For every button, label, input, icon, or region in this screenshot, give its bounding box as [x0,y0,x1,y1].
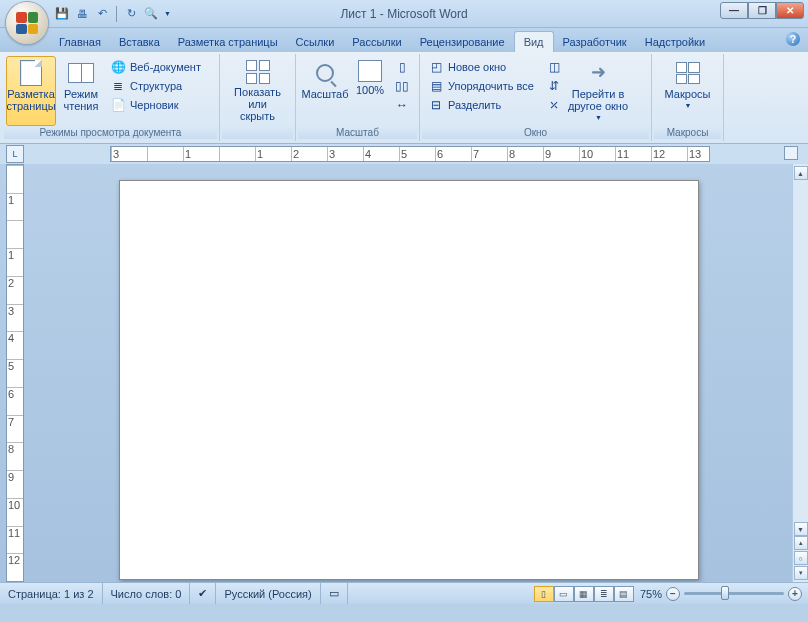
zoom-out-button[interactable]: − [666,587,680,601]
tab-addins[interactable]: Надстройки [636,32,714,52]
new-window-label: Новое окно [448,61,506,73]
view-shortcut-print[interactable]: ▯ [534,586,554,602]
tab-developer[interactable]: Разработчик [554,32,636,52]
next-page-button[interactable]: ▾ [794,566,808,580]
tab-layout[interactable]: Разметка страницы [169,32,287,52]
outline-icon: ≣ [110,78,126,94]
macros-label: Макросы [665,88,711,100]
arrange-all-button[interactable]: ▤ Упорядочить все [424,77,542,95]
vertical-scrollbar[interactable]: ▲ ▼ ▴ ○ ▾ [792,164,808,582]
page[interactable] [119,180,699,580]
window-controls: — ❐ ✕ [720,2,804,19]
office-button[interactable] [6,2,48,44]
scroll-up-button[interactable]: ▲ [794,166,808,180]
web-layout-button[interactable]: 🌐 Веб-документ [106,58,205,76]
tab-references[interactable]: Ссылки [287,32,344,52]
page-width-button[interactable]: ↔ [390,96,414,114]
minimize-button[interactable]: — [720,2,748,19]
zoom-100-icon [358,60,382,82]
one-page-button[interactable]: ▯ [390,58,414,76]
sync-scroll-icon: ⇵ [546,78,562,94]
redo-icon[interactable]: ↻ [123,6,139,22]
quick-access-toolbar: 💾 🖶 ↶ ↻ 🔍 ▼ [54,0,171,27]
zoom-100-label: 100% [356,84,384,96]
show-hide-icon [243,60,273,84]
status-language[interactable]: Русский (Россия) [216,583,320,604]
qat-menu-arrow-icon[interactable]: ▼ [164,10,171,17]
statusbar: Страница: 1 из 2 Число слов: 0 ✔ Русский… [0,582,808,604]
tab-home[interactable]: Главная [50,32,110,52]
tab-selector[interactable]: L [6,145,24,163]
sync-scroll-button[interactable]: ⇵ [542,77,566,95]
titlebar: 💾 🖶 ↶ ↻ 🔍 ▼ Лист 1 - Microsoft Word — ❐ … [0,0,808,28]
macros-arrow-icon: ▼ [685,102,692,110]
document-viewport[interactable] [26,164,792,582]
view-shortcut-reading[interactable]: ▭ [554,586,574,602]
outline-button[interactable]: ≣ Структура [106,77,205,95]
split-button[interactable]: ⊟ Разделить [424,96,542,114]
print-layout-label: Разметка страницы [6,88,55,112]
switch-windows-arrow-icon: ▼ [595,114,602,122]
macros-group-label: Макросы [654,126,721,139]
maximize-button[interactable]: ❐ [748,2,776,19]
horizontal-ruler[interactable]: 311234567891011121314151617 [110,146,710,162]
scroll-down-button[interactable]: ▼ [794,522,808,536]
web-icon: 🌐 [110,59,126,75]
status-word-count[interactable]: Число слов: 0 [103,583,191,604]
work-area: 1123456789101112 ▲ ▼ ▴ ○ ▾ [0,164,808,582]
ribbon: Разметка страницы Режим чтения 🌐 Веб-док… [0,52,808,144]
tab-insert[interactable]: Вставка [110,32,169,52]
zoom-button[interactable]: Масштаб [300,56,350,126]
view-shortcut-outline[interactable]: ≣ [594,586,614,602]
new-window-button[interactable]: ◰ Новое окно [424,58,542,76]
close-button[interactable]: ✕ [776,2,804,19]
switch-windows-button[interactable]: ➜ Перейти в другое окно ▼ [566,56,630,126]
tab-view[interactable]: Вид [514,31,554,52]
zoom-group-label: Масштаб [298,126,417,139]
page-width-icon: ↔ [394,97,410,113]
preview-icon[interactable]: 🔍 [143,6,159,22]
ruler-row: L 311234567891011121314151617 [0,144,808,164]
vertical-ruler[interactable]: 1123456789101112 [6,164,24,582]
ribbon-tabs: Главная Вставка Разметка страницы Ссылки… [0,28,808,52]
view-shortcut-draft[interactable]: ▤ [614,586,634,602]
print-layout-icon [16,60,46,86]
browse-object-button[interactable]: ○ [794,551,808,565]
zoom-in-button[interactable]: + [788,587,802,601]
one-page-icon: ▯ [394,59,410,75]
qat-separator [116,6,117,22]
group-document-views: Разметка страницы Режим чтения 🌐 Веб-док… [2,54,220,141]
print-icon[interactable]: 🖶 [74,6,90,22]
help-button[interactable]: ? [786,32,800,46]
insert-mode-icon: ▭ [329,587,339,600]
reset-pos-icon: ⤫ [546,97,562,113]
zoom-slider[interactable] [684,592,784,595]
show-hide-button[interactable]: Показать или скрыть ▼ [233,56,283,126]
status-spellcheck[interactable]: ✔ [190,583,216,604]
undo-icon[interactable]: ↶ [94,6,110,22]
zoom-100-button[interactable]: 100% [350,56,390,126]
view-side-button[interactable]: ◫ [542,58,566,76]
reading-layout-button[interactable]: Режим чтения [56,56,106,126]
office-logo-icon [16,12,38,34]
macros-button[interactable]: Макросы ▼ [663,56,713,126]
status-page[interactable]: Страница: 1 из 2 [0,583,103,604]
zoom-icon [310,60,340,86]
print-layout-button[interactable]: Разметка страницы [6,56,56,126]
views-group-label: Режимы просмотра документа [4,126,217,139]
zoom-label: Масштаб [301,88,348,100]
reading-icon [66,60,96,86]
zoom-slider-thumb[interactable] [721,586,729,600]
tab-mailings[interactable]: Рассылки [343,32,410,52]
save-icon[interactable]: 💾 [54,6,70,22]
view-shortcut-web[interactable]: ▦ [574,586,594,602]
draft-button[interactable]: 📄 Черновик [106,96,205,114]
status-insert-mode[interactable]: ▭ [321,583,348,604]
tab-review[interactable]: Рецензирование [411,32,514,52]
prev-page-button[interactable]: ▴ [794,536,808,550]
ruler-toggle-button[interactable] [784,146,798,160]
reset-pos-button[interactable]: ⤫ [542,96,566,114]
zoom-percent[interactable]: 75% [640,588,662,600]
macros-icon [673,60,703,86]
two-pages-button[interactable]: ▯▯ [390,77,414,95]
